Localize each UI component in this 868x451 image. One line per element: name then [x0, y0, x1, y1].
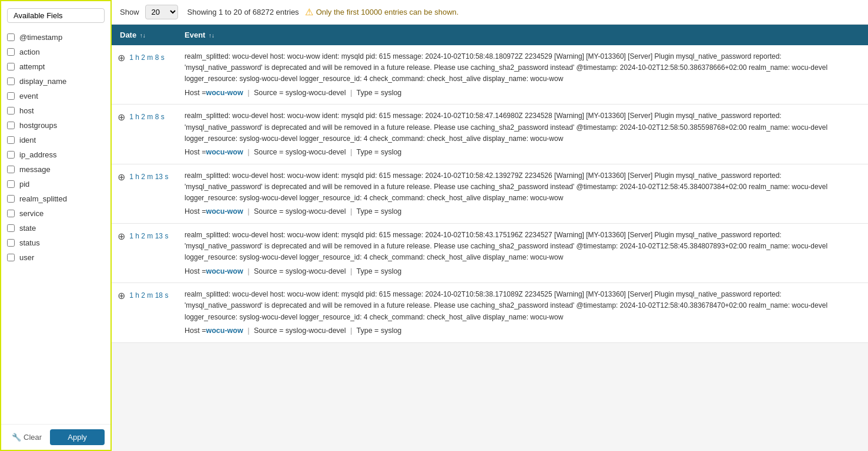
- date-column-header[interactable]: Date ↑↓: [112, 25, 176, 45]
- field-checkbox-service[interactable]: [7, 210, 15, 217]
- field-checkbox-state[interactable]: [7, 224, 15, 232]
- date-sort-icon: ↑↓: [140, 32, 146, 39]
- expand-button-4[interactable]: ⊕: [118, 290, 125, 301]
- field-checkbox-host[interactable]: [7, 107, 15, 115]
- time-cell-1: ⊕ 1 h 2 m 8 s: [112, 105, 176, 164]
- field-label-status: status: [19, 238, 40, 247]
- table-body: ⊕ 1 h 2 m 8 s realm_splitted: wocu-devel…: [112, 45, 868, 342]
- field-label-host: host: [19, 106, 34, 115]
- time-value-1: 1 h 2 m 8 s: [129, 113, 164, 121]
- event-sort-icon: ↑↓: [209, 32, 215, 39]
- event-cell-2: realm_splitted: wocu-devel host: wocu-wo…: [176, 164, 868, 223]
- field-item-action: action: [1, 45, 110, 59]
- event-cell-1: realm_splitted: wocu-devel host: wocu-wo…: [176, 105, 868, 164]
- event-summary-1: Host =wocu-wow | Source = syslog-wocu-de…: [185, 147, 860, 158]
- expand-button-1[interactable]: ⊕: [118, 112, 125, 123]
- field-item-event: event: [1, 89, 110, 103]
- host-value-2: wocu-wow: [206, 207, 243, 216]
- field-label-timestamp: @timestamp: [19, 33, 62, 42]
- field-item-display_name: display_name: [1, 74, 110, 89]
- field-checkbox-message[interactable]: [7, 166, 15, 173]
- field-checkbox-hostgroups[interactable]: [7, 122, 15, 129]
- field-item-attempt: attempt: [1, 59, 110, 74]
- wrench-icon: 🔧: [12, 433, 21, 442]
- table-row: ⊕ 1 h 2 m 13 s realm_splitted: wocu-deve…: [112, 223, 868, 282]
- field-label-state: state: [19, 224, 36, 233]
- table-row: ⊕ 1 h 2 m 13 s realm_splitted: wocu-deve…: [112, 164, 868, 223]
- show-select[interactable]: 102050100: [145, 5, 178, 19]
- field-item-realm_splitted: realm_splitted: [1, 191, 110, 206]
- field-label-hostgroups: hostgroups: [19, 121, 57, 130]
- field-item-pid: pid: [1, 177, 110, 191]
- event-summary-2: Host =wocu-wow | Source = syslog-wocu-de…: [185, 206, 860, 217]
- field-label-user: user: [19, 253, 34, 262]
- time-cell-0: ⊕ 1 h 2 m 8 s: [112, 45, 176, 105]
- field-item-user: user: [1, 250, 110, 265]
- field-checkbox-action[interactable]: [7, 48, 15, 56]
- field-item-state: state: [1, 221, 110, 235]
- field-label-action: action: [19, 48, 40, 56]
- time-cell-2: ⊕ 1 h 2 m 13 s: [112, 164, 176, 223]
- table-header: Date ↑↓ Event ↑↓: [112, 25, 868, 45]
- field-checkbox-event[interactable]: [7, 92, 15, 100]
- event-detail-0: realm_splitted: wocu-devel host: wocu-wo…: [185, 51, 860, 85]
- field-checkbox-attempt[interactable]: [7, 63, 15, 70]
- topbar: Show 102050100 Showing 1 to 20 of 68272 …: [112, 0, 868, 25]
- time-cell-4: ⊕ 1 h 2 m 18 s: [112, 283, 176, 342]
- field-label-ident: ident: [19, 136, 36, 144]
- field-checkbox-status[interactable]: [7, 239, 15, 247]
- host-value-1: wocu-wow: [206, 148, 243, 156]
- expand-button-3[interactable]: ⊕: [118, 231, 125, 242]
- field-item-host: host: [1, 103, 110, 118]
- expand-button-2[interactable]: ⊕: [118, 171, 125, 183]
- events-table: Date ↑↓ Event ↑↓ ⊕ 1 h 2 m 8 s realm_: [112, 25, 868, 343]
- field-checkbox-user[interactable]: [7, 254, 15, 261]
- event-column-header[interactable]: Event ↑↓: [176, 25, 868, 45]
- field-checkbox-timestamp[interactable]: [7, 33, 15, 41]
- clear-button[interactable]: 🔧 Clear: [7, 429, 46, 445]
- field-label-attempt: attempt: [19, 62, 45, 71]
- expand-button-0[interactable]: ⊕: [118, 52, 125, 63]
- field-item-hostgroups: hostgroups: [1, 118, 110, 133]
- field-checkbox-pid[interactable]: [7, 180, 15, 188]
- field-checkbox-ident[interactable]: [7, 136, 15, 144]
- host-value-4: wocu-wow: [206, 327, 243, 335]
- time-value-4: 1 h 2 m 18 s: [129, 291, 168, 299]
- sidebar: Available Fiels @timestamp action attemp…: [0, 0, 112, 451]
- field-label-ip_address: ip_address: [19, 150, 57, 159]
- event-detail-3: realm_splitted: wocu-devel host: wocu-wo…: [185, 230, 860, 264]
- field-checkbox-display_name[interactable]: [7, 78, 15, 85]
- time-value-0: 1 h 2 m 8 s: [129, 53, 164, 62]
- field-label-display_name: display_name: [19, 77, 66, 86]
- field-item-ident: ident: [1, 133, 110, 147]
- entries-info: Showing 1 to 20 of 68272 entries: [187, 8, 299, 16]
- table-row: ⊕ 1 h 2 m 8 s realm_splitted: wocu-devel…: [112, 105, 868, 164]
- table-row: ⊕ 1 h 2 m 18 s realm_splitted: wocu-deve…: [112, 283, 868, 342]
- apply-button[interactable]: Apply: [50, 429, 105, 445]
- show-label: Show: [120, 8, 139, 16]
- fields-list: @timestamp action attempt display_name e…: [1, 28, 110, 424]
- host-value-3: wocu-wow: [206, 267, 243, 275]
- field-checkbox-realm_splitted[interactable]: [7, 195, 15, 203]
- event-cell-0: realm_splitted: wocu-devel host: wocu-wo…: [176, 45, 868, 105]
- events-table-wrapper: Date ↑↓ Event ↑↓ ⊕ 1 h 2 m 8 s realm_: [112, 25, 868, 451]
- available-fields-button[interactable]: Available Fiels: [7, 8, 105, 23]
- table-row: ⊕ 1 h 2 m 8 s realm_splitted: wocu-devel…: [112, 45, 868, 105]
- event-detail-1: realm_splitted: wocu-devel host: wocu-wo…: [185, 110, 860, 144]
- field-label-pid: pid: [19, 180, 29, 189]
- warning-badge: ⚠ Only the first 10000 entries can be sh…: [305, 6, 459, 18]
- event-detail-2: realm_splitted: wocu-devel host: wocu-wo…: [185, 170, 860, 204]
- sidebar-footer: 🔧 Clear Apply: [1, 424, 110, 450]
- event-summary-0: Host =wocu-wow | Source = syslog-wocu-de…: [185, 87, 860, 99]
- sidebar-header: Available Fiels: [1, 6, 110, 28]
- warning-icon: ⚠: [305, 6, 313, 18]
- event-cell-3: realm_splitted: wocu-devel host: wocu-wo…: [176, 223, 868, 282]
- field-checkbox-ip_address[interactable]: [7, 151, 15, 159]
- warning-text: Only the first 10000 entries can be show…: [316, 8, 459, 16]
- field-label-event: event: [19, 92, 38, 100]
- event-detail-4: realm_splitted: wocu-devel host: wocu-wo…: [185, 289, 860, 323]
- field-item-message: message: [1, 162, 110, 177]
- event-cell-4: realm_splitted: wocu-devel host: wocu-wo…: [176, 283, 868, 342]
- main-content: Show 102050100 Showing 1 to 20 of 68272 …: [112, 0, 868, 451]
- field-label-realm_splitted: realm_splitted: [19, 194, 67, 203]
